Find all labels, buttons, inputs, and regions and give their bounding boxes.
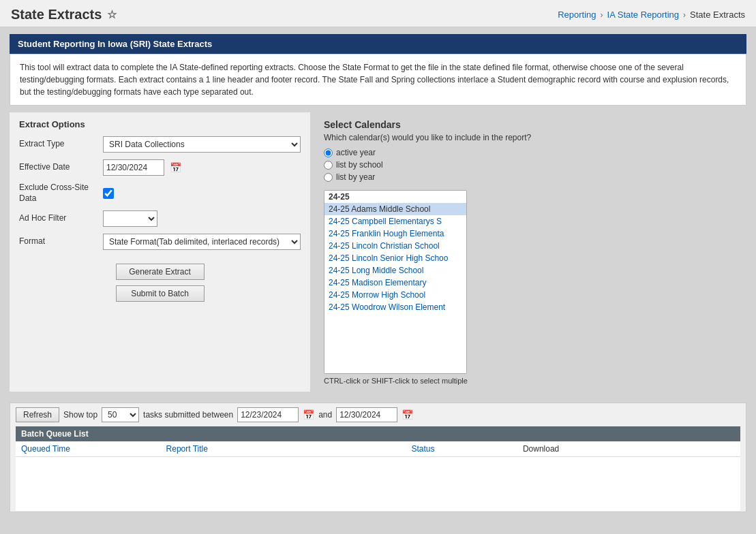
button-row: Generate Extract Submit to Batch	[19, 264, 301, 302]
favorite-star-icon[interactable]: ☆	[107, 8, 117, 21]
radio-active-year: active year	[324, 148, 746, 157]
batch-date-to-input[interactable]	[336, 407, 397, 422]
radio-list-by-year: list by year	[324, 172, 746, 182]
and-label: and	[318, 410, 332, 420]
page-title: State Extracts	[11, 7, 102, 22]
batch-table-body	[16, 457, 740, 512]
effective-date-label: Effective Date	[19, 162, 97, 173]
breadcrumb: Reporting › IA State Reporting › State E…	[558, 10, 745, 20]
col-report-title[interactable]: Report Title	[161, 441, 406, 457]
select-calendars-title: Select Calendars	[324, 119, 746, 130]
submit-to-batch-button[interactable]: Submit to Batch	[116, 285, 205, 302]
ad-hoc-select[interactable]	[103, 210, 157, 227]
radio-list-by-school-label: list by school	[336, 160, 383, 170]
batch-date-from-input[interactable]	[237, 407, 299, 422]
generate-extract-button[interactable]: Generate Extract	[116, 264, 205, 280]
calendars-question: Which calendar(s) would you like to incl…	[324, 133, 746, 142]
main-content: Student Reporting In Iowa (SRI) State Ex…	[0, 27, 756, 519]
radio-list-by-year-label: list by year	[336, 172, 375, 182]
ad-hoc-label: Ad Hoc Filter	[19, 213, 97, 224]
col-download: Download	[517, 441, 740, 457]
batch-date-from-calendar-icon[interactable]: 📅	[303, 409, 314, 420]
batch-section: Refresh Show top 10 25 50 100 tasks subm…	[10, 403, 746, 512]
calendar-radio-group: active year list by school list by year	[324, 148, 746, 182]
show-top-select[interactable]: 10 25 50 100	[102, 407, 139, 422]
extract-type-row: Extract Type SRI Data Collections SRI Fa…	[19, 136, 301, 153]
extract-type-select[interactable]: SRI Data Collections SRI Fall SRI Spring	[103, 136, 301, 153]
breadcrumb-sep-2: ›	[683, 10, 686, 20]
form-area: Extract Options Extract Type SRI Data Co…	[10, 112, 746, 392]
calendar-hint: CTRL-click or SHIFT-click to select mult…	[324, 377, 746, 385]
col-status[interactable]: Status	[406, 441, 517, 457]
format-label: Format	[19, 236, 97, 247]
info-box: This tool will extract data to complete …	[10, 54, 746, 106]
batch-table-head: Queued Time Report Title Status Download	[16, 441, 740, 457]
exclude-cross-row: Exclude Cross-Site Data	[19, 183, 301, 204]
calendar-list-select[interactable]: 24-25 24-25 Adams Middle School 24-25 Ca…	[324, 190, 467, 374]
batch-controls: Refresh Show top 10 25 50 100 tasks subm…	[16, 407, 740, 426]
exclude-cross-checkbox[interactable]	[103, 188, 114, 199]
extract-options-panel: Extract Options Extract Type SRI Data Co…	[10, 112, 310, 392]
radio-list-by-school: list by school	[324, 160, 746, 170]
col-queued-time[interactable]: Queued Time	[16, 441, 161, 457]
effective-date-input[interactable]	[103, 159, 164, 176]
batch-table: Queued Time Report Title Status Download	[16, 441, 740, 512]
extract-type-label: Extract Type	[19, 139, 97, 150]
breadcrumb-ia-state-reporting[interactable]: IA State Reporting	[607, 10, 680, 20]
tasks-label: tasks submitted between	[143, 410, 233, 420]
batch-date-to-calendar-icon[interactable]: 📅	[402, 409, 413, 420]
effective-date-row: Effective Date 📅	[19, 159, 301, 176]
effective-date-calendar-icon[interactable]: 📅	[170, 162, 181, 173]
breadcrumb-reporting[interactable]: Reporting	[558, 10, 596, 20]
batch-queue-header: Batch Queue List	[16, 426, 740, 441]
refresh-button[interactable]: Refresh	[16, 407, 59, 422]
format-row: Format State Format(Tab delimited, inter…	[19, 234, 301, 250]
exclude-cross-label: Exclude Cross-Site Data	[19, 183, 97, 204]
empty-row	[16, 457, 740, 512]
show-top-label: Show top	[63, 410, 97, 420]
ad-hoc-row: Ad Hoc Filter	[19, 210, 301, 227]
radio-active-year-label: active year	[336, 148, 376, 157]
select-calendars-panel: Select Calendars Which calendar(s) would…	[324, 112, 746, 392]
page-title-area: State Extracts ☆	[11, 7, 117, 22]
page-header: State Extracts ☆ Reporting › IA State Re…	[0, 0, 756, 27]
format-select[interactable]: State Format(Tab delimited, interlaced r…	[103, 234, 301, 250]
section-banner: Student Reporting In Iowa (SRI) State Ex…	[10, 34, 746, 54]
extract-options-title: Extract Options	[19, 119, 301, 129]
breadcrumb-state-extracts: State Extracts	[690, 10, 745, 20]
breadcrumb-sep-1: ›	[601, 10, 603, 20]
